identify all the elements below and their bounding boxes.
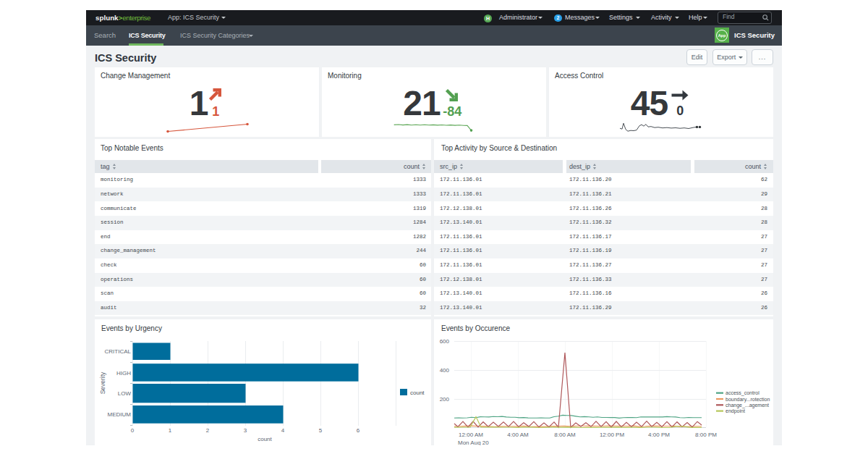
svg-text:200: 200 [440,396,450,403]
svg-text:4:00 AM: 4:00 AM [507,432,529,438]
svg-text:6: 6 [357,427,360,434]
svg-text:access_control: access_control [726,390,760,396]
svg-text:400: 400 [440,367,450,374]
svg-text:5: 5 [319,427,323,434]
svg-text:0: 0 [131,427,135,434]
svg-text:boundary...rotection: boundary...rotection [726,397,770,403]
svg-text:HIGH: HIGH [116,370,131,377]
svg-text:12:00 AM: 12:00 AM [459,432,483,438]
svg-text:600: 600 [440,338,450,345]
svg-text:8:00 PM: 8:00 PM [695,432,717,438]
svg-text:CRITICAL: CRITICAL [105,348,132,355]
svg-text:12:00 PM: 12:00 PM [600,432,625,438]
svg-text:Mon Aug 20: Mon Aug 20 [458,440,489,445]
svg-text:endpoint: endpoint [726,408,745,414]
svg-text:LOW: LOW [118,390,132,397]
svg-text:count: count [410,390,425,396]
svg-text:MEDIUM: MEDIUM [108,411,132,418]
svg-text:Severity: Severity [99,371,106,394]
svg-text:change_...agement: change_...agement [726,403,769,408]
svg-text:1: 1 [169,427,172,434]
svg-text:count: count [258,436,272,442]
svg-text:8:00 AM: 8:00 AM [554,432,576,438]
svg-text:3: 3 [244,427,247,434]
svg-text:4:00 PM: 4:00 PM [648,432,670,438]
svg-text:4: 4 [281,427,285,434]
svg-text:2: 2 [206,427,210,434]
